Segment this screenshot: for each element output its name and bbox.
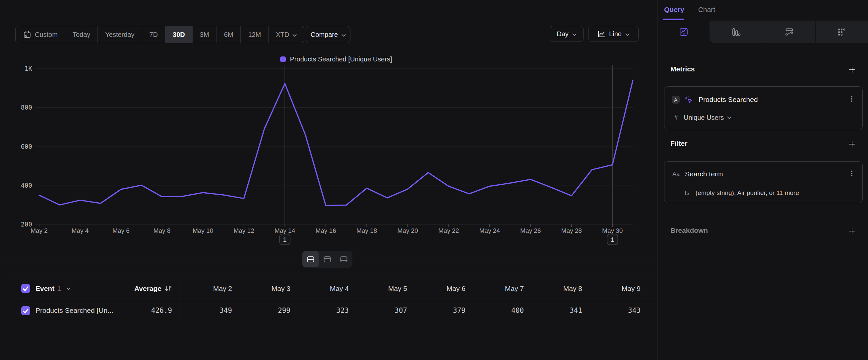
table-only-icon <box>340 255 348 264</box>
chevron-down-icon[interactable] <box>66 286 71 292</box>
check-icon <box>22 284 30 293</box>
x-axis-label: May 8 <box>154 227 171 234</box>
breakdown-section-title: Breakdown <box>671 226 708 234</box>
y-axis-label: 1K <box>25 65 32 72</box>
x-axis-label: May 2 <box>31 227 48 234</box>
insights-icon <box>679 27 688 36</box>
panel-tabs: Query Chart <box>664 0 715 19</box>
filter-property-name[interactable]: Search term <box>685 170 723 178</box>
metric-name[interactable]: Products Searched <box>699 95 758 104</box>
check-icon <box>22 307 30 315</box>
x-axis-label: May 24 <box>479 227 500 234</box>
cell-value: 341 <box>530 307 589 314</box>
date-column-header[interactable]: May 4 <box>297 285 355 293</box>
event-cursor-icon <box>685 95 693 104</box>
add-filter-button[interactable] <box>848 140 856 148</box>
cell-value: 299 <box>239 307 297 314</box>
layout-chart-button[interactable] <box>319 251 336 267</box>
metric-menu-button[interactable] <box>848 95 856 104</box>
cell-value: 343 <box>589 307 647 314</box>
add-metric-button[interactable] <box>848 66 856 74</box>
summary-table: Event 1 Average May 2May 3May 4May 5May … <box>11 276 657 320</box>
x-axis-label: May 18 <box>356 227 377 234</box>
table-row: Products Searched [Un... 426.9 349299323… <box>11 301 657 320</box>
layout-toggle <box>302 251 352 268</box>
y-axis-label: 800 <box>21 104 32 111</box>
date-column-header[interactable]: May 3 <box>239 285 297 293</box>
kebab-icon <box>848 95 856 103</box>
plus-icon <box>848 140 856 148</box>
layout-split-button[interactable] <box>302 251 319 267</box>
x-axis-label: May 12 <box>234 227 254 234</box>
text-property-icon: Aa <box>672 171 680 178</box>
table-header-row: Event 1 Average May 2May 3May 4May 5May … <box>11 276 657 301</box>
chart-only-icon <box>323 255 331 264</box>
active-tab-underline <box>663 19 684 20</box>
chevron-down-icon[interactable] <box>727 115 732 120</box>
date-column-header[interactable]: May 7 <box>472 285 530 293</box>
metric-card[interactable]: A Products Searched # Unique Users <box>664 86 863 130</box>
y-axis-label: 400 <box>21 182 32 189</box>
filter-value[interactable]: (empty string), Air purifier, or 11 more <box>695 189 799 197</box>
tab-query[interactable]: Query <box>664 6 684 13</box>
event-column-label[interactable]: Event <box>35 285 54 293</box>
date-column-header[interactable]: May 5 <box>355 285 414 293</box>
report-type-tabs <box>657 21 868 43</box>
flows-icon <box>785 28 794 36</box>
tab-flows[interactable] <box>763 21 815 43</box>
aggregation-hash-icon: # <box>672 114 680 121</box>
x-axis-label: May 28 <box>561 227 582 234</box>
x-axis-label: May 30 <box>602 227 623 234</box>
event-count: 1 <box>57 285 61 293</box>
x-axis-label: May 26 <box>520 227 541 234</box>
x-axis-label: May 4 <box>72 227 89 234</box>
average-column-label[interactable]: Average <box>134 285 161 293</box>
date-column-header[interactable]: May 6 <box>414 285 472 293</box>
x-axis-label: May 14 <box>275 227 296 234</box>
line-chart: 2004006008001KMay 2May 4May 6May 8May 10… <box>0 0 657 253</box>
metrics-section-title: Metrics <box>671 65 695 73</box>
row-checkbox[interactable] <box>21 306 30 315</box>
filter-operator[interactable]: Is <box>685 189 690 197</box>
layout-table-button[interactable] <box>336 251 352 267</box>
x-axis-label: May 10 <box>193 227 213 234</box>
x-axis-label: May 6 <box>113 227 130 234</box>
filter-section-title: Filter <box>671 139 687 147</box>
query-panel: Query Chart <box>657 0 868 360</box>
date-column-header[interactable]: May 9 <box>589 285 647 293</box>
annotation-badge-label: 1 <box>283 236 287 243</box>
select-all-checkbox[interactable] <box>21 284 30 293</box>
cell-value: 323 <box>297 307 355 314</box>
funnels-icon <box>732 28 741 36</box>
x-axis-label: May 22 <box>438 227 459 234</box>
tab-insights[interactable] <box>657 21 710 43</box>
date-column-header[interactable]: May 8 <box>530 285 589 293</box>
tab-funnels[interactable] <box>710 21 763 43</box>
aggregation-label[interactable]: Unique Users <box>684 114 724 121</box>
series-line <box>39 80 633 205</box>
x-axis-label: May 20 <box>397 227 418 234</box>
retention-icon <box>837 28 846 36</box>
main-area: CustomTodayYesterday7D30D3M6M12MXTD Comp… <box>0 0 657 360</box>
date-column-header[interactable]: May 2 <box>180 285 239 293</box>
tab-chart[interactable]: Chart <box>698 6 715 13</box>
x-axis-label: May 16 <box>315 227 336 234</box>
kebab-icon <box>848 169 856 177</box>
y-axis-label: 200 <box>21 221 32 228</box>
cell-value: 379 <box>414 307 472 314</box>
sort-descending-icon[interactable] <box>165 285 172 292</box>
plus-icon <box>848 227 856 235</box>
tab-retention[interactable] <box>815 21 868 43</box>
plus-icon <box>848 66 856 74</box>
average-value: 426.9 <box>151 307 172 314</box>
cell-value: 400 <box>472 307 530 314</box>
cell-value: 307 <box>355 307 414 314</box>
add-breakdown-button[interactable] <box>848 227 856 235</box>
metric-badge: A <box>672 95 680 104</box>
series-name: Products Searched [Un... <box>35 307 114 314</box>
filter-card[interactable]: Aa Search term Is (empty string), Air pu… <box>664 161 863 203</box>
y-axis-label: 600 <box>21 143 32 150</box>
filter-menu-button[interactable] <box>848 169 856 179</box>
annotation-badge-label: 1 <box>611 236 614 243</box>
cell-value: 349 <box>180 307 239 314</box>
